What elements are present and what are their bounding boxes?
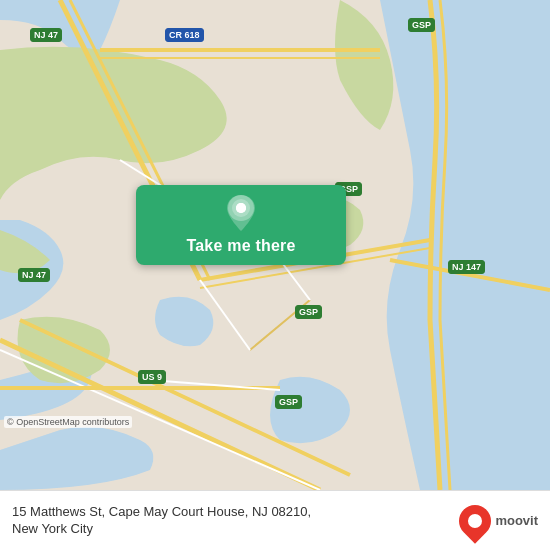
osm-attribution: © OpenStreetMap contributors [4, 416, 132, 428]
road-label-cr618: CR 618 [165, 28, 204, 42]
road-label-gsp-bottom: GSP [275, 395, 302, 409]
take-me-there-button[interactable]: Take me there [136, 185, 346, 265]
road-label-gsp-top-right: GSP [408, 18, 435, 32]
map-area: NJ 47 CR 618 GSP GSP GSP GSP NJ 47 NJ 14… [0, 0, 550, 490]
svg-point-20 [236, 203, 246, 213]
road-label-gsp-lower: GSP [295, 305, 322, 319]
road-label-nj147: NJ 147 [448, 260, 485, 274]
road-label-nj47-left: NJ 47 [18, 268, 50, 282]
location-pin-icon [226, 195, 256, 231]
road-label-us9: US 9 [138, 370, 166, 384]
moovit-brand-text: moovit [495, 513, 538, 528]
address-city: New York City [12, 521, 93, 536]
road-label-nj47-top: NJ 47 [30, 28, 62, 42]
moovit-logo: moovit [451, 505, 538, 537]
address-line1: 15 Matthews St, Cape May Court House, NJ… [12, 504, 311, 519]
take-me-there-label: Take me there [186, 237, 295, 255]
address-text: 15 Matthews St, Cape May Court House, NJ… [12, 504, 451, 538]
moovit-icon [453, 498, 498, 543]
footer-bar: 15 Matthews St, Cape May Court House, NJ… [0, 490, 550, 550]
